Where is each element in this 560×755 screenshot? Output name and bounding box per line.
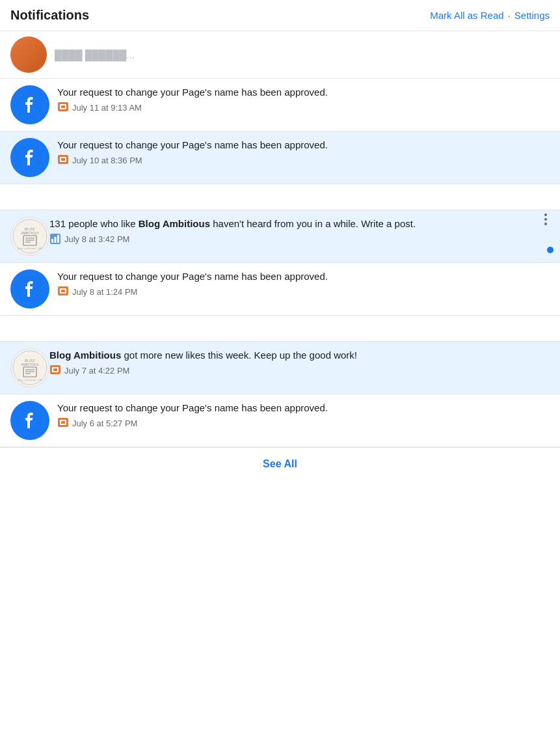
flag-icon xyxy=(57,286,69,297)
notification-content: 131 people who like Blog Ambitious haven… xyxy=(49,217,527,245)
svg-text:AMBITIOUS: AMBITIOUS xyxy=(20,232,38,235)
notification-time: July 8 at 3:42 PM xyxy=(64,234,129,244)
flag-icon xyxy=(49,364,61,376)
svg-text:blog + business + life: blog + business + life xyxy=(18,378,42,381)
notification-item[interactable]: Your request to change your Page's name … xyxy=(0,394,560,447)
truncated-avatar xyxy=(10,36,47,73)
avatar xyxy=(10,138,49,177)
svg-text:blog + business + life: blog + business + life xyxy=(18,247,42,250)
notification-time: July 8 at 1:24 PM xyxy=(72,287,137,297)
notification-text: Your request to change your Page's name … xyxy=(57,269,550,283)
facebook-logo-icon xyxy=(18,409,42,432)
svg-text:BLOG: BLOG xyxy=(25,359,35,363)
notification-text: Your request to change your Page's name … xyxy=(57,138,550,152)
see-all-container: See All xyxy=(0,447,560,480)
mark-all-as-read-button[interactable]: Mark All as Read xyxy=(430,10,503,21)
notification-item[interactable]: BLOG AMBITIOUS blog + business + life Bl… xyxy=(0,342,560,394)
notification-text: Your request to change your Page's name … xyxy=(57,85,550,99)
header-actions: Mark All as Read · Settings xyxy=(430,10,550,21)
notification-content: Your request to change your Page's name … xyxy=(57,401,550,429)
bar-chart-icon xyxy=(49,233,61,245)
avatar xyxy=(10,85,49,124)
svg-rect-40 xyxy=(61,421,65,424)
notification-meta: July 11 at 9:13 AM xyxy=(57,102,550,113)
flag-icon xyxy=(57,102,69,113)
svg-text:AMBITIOUS: AMBITIOUS xyxy=(20,363,38,366)
svg-rect-18 xyxy=(51,239,53,243)
notification-meta: July 6 at 5:27 PM xyxy=(57,417,550,429)
notification-text: Blog Ambitious got more new likes this w… xyxy=(49,348,550,362)
notification-text: Your request to change your Page's name … xyxy=(57,401,550,415)
svg-rect-7 xyxy=(61,158,65,161)
svg-rect-36 xyxy=(53,368,57,371)
flag-icon xyxy=(57,154,69,166)
notification-meta: July 7 at 4:22 PM xyxy=(49,364,550,376)
truncated-notification: ████ ██████... xyxy=(0,31,560,79)
notification-meta: July 10 at 8:36 PM xyxy=(57,154,550,166)
notification-text: 131 people who like Blog Ambitious haven… xyxy=(49,217,527,230)
avatar xyxy=(10,269,49,309)
dot-separator: · xyxy=(508,10,511,21)
notification-content: Blog Ambitious got more new likes this w… xyxy=(49,348,550,376)
svg-rect-24 xyxy=(61,290,65,292)
notification-content: Your request to change your Page's name … xyxy=(57,269,550,297)
facebook-logo-icon xyxy=(18,146,42,169)
truncated-text: ████ ██████... xyxy=(55,49,135,61)
avatar: BLOG AMBITIOUS blog + business + life xyxy=(10,348,49,387)
facebook-logo-icon xyxy=(18,277,42,301)
svg-text:BLOG: BLOG xyxy=(25,227,35,231)
blog-ambitious-logo-icon: BLOG AMBITIOUS blog + business + life xyxy=(12,219,47,254)
notification-time: July 7 at 4:22 PM xyxy=(64,366,129,376)
unread-dot xyxy=(547,247,553,253)
notification-time: July 11 at 9:13 AM xyxy=(72,103,142,113)
notifications-header: Notifications Mark All as Read · Setting… xyxy=(0,0,560,31)
page-title: Notifications xyxy=(10,8,89,23)
svg-rect-19 xyxy=(55,237,57,243)
notification-meta: July 8 at 1:24 PM xyxy=(57,286,550,297)
notification-item[interactable]: Your request to change your Page's name … xyxy=(0,263,560,316)
more-options-button[interactable] xyxy=(544,213,547,225)
avatar xyxy=(10,401,49,440)
avatar: BLOG AMBITIOUS blog + business + life xyxy=(10,217,49,256)
notification-meta: July 8 at 3:42 PM xyxy=(49,233,527,245)
see-all-button[interactable]: See All xyxy=(263,458,297,470)
notification-time: July 6 at 5:27 PM xyxy=(72,419,137,428)
spacer xyxy=(0,184,560,210)
settings-link[interactable]: Settings xyxy=(514,10,550,21)
notification-item[interactable]: Your request to change your Page's name … xyxy=(0,131,560,184)
notification-item[interactable]: BLOG AMBITIOUS blog + business + life 13… xyxy=(0,210,560,263)
svg-rect-20 xyxy=(57,235,59,243)
svg-rect-3 xyxy=(61,105,65,108)
flag-icon xyxy=(57,417,69,429)
blog-ambitious-logo-icon: BLOG AMBITIOUS blog + business + life xyxy=(12,350,47,385)
notification-item[interactable]: Your request to change your Page's name … xyxy=(0,79,560,131)
notification-time: July 10 at 8:36 PM xyxy=(72,156,142,165)
notification-content: Your request to change your Page's name … xyxy=(57,85,550,113)
facebook-logo-icon xyxy=(18,93,42,117)
spacer xyxy=(0,316,560,342)
notification-content: Your request to change your Page's name … xyxy=(57,138,550,166)
